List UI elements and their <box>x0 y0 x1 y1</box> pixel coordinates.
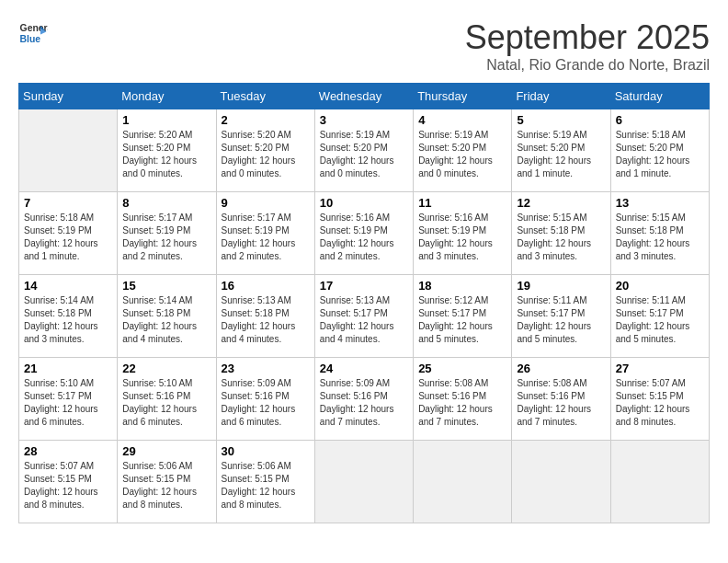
day-number: 4 <box>418 113 506 127</box>
calendar-cell: 18Sunrise: 5:12 AMSunset: 5:17 PMDayligh… <box>414 275 512 358</box>
day-info: Sunrise: 5:18 AMSunset: 5:20 PMDaylight:… <box>616 129 704 180</box>
day-number: 6 <box>616 113 704 127</box>
day-number: 26 <box>517 362 605 375</box>
day-number: 30 <box>222 444 310 458</box>
logo-icon: General Blue <box>18 18 48 48</box>
calendar-cell: 17Sunrise: 5:13 AMSunset: 5:17 PMDayligh… <box>314 275 413 358</box>
day-info: Sunrise: 5:10 AMSunset: 5:16 PMDaylight:… <box>122 377 210 429</box>
day-number: 13 <box>616 196 704 210</box>
calendar-cell: 12Sunrise: 5:15 AMSunset: 5:18 PMDayligh… <box>512 192 610 275</box>
calendar-cell: 27Sunrise: 5:07 AMSunset: 5:15 PMDayligh… <box>610 358 709 441</box>
calendar-cell <box>314 441 413 523</box>
day-info: Sunrise: 5:14 AMSunset: 5:18 PMDaylight:… <box>24 294 112 346</box>
calendar-cell: 29Sunrise: 5:06 AMSunset: 5:15 PMDayligh… <box>118 441 216 523</box>
calendar-cell: 4Sunrise: 5:19 AMSunset: 5:20 PMDaylight… <box>414 109 512 192</box>
calendar-week-row: 21Sunrise: 5:10 AMSunset: 5:17 PMDayligh… <box>19 358 710 441</box>
day-info: Sunrise: 5:20 AMSunset: 5:20 PMDaylight:… <box>122 129 210 180</box>
day-number: 10 <box>320 196 408 210</box>
day-number: 2 <box>222 113 310 127</box>
column-header-sunday: Sunday <box>19 84 118 109</box>
day-number: 16 <box>222 279 310 293</box>
column-header-saturday: Saturday <box>610 84 709 109</box>
calendar-cell: 9Sunrise: 5:17 AMSunset: 5:19 PMDaylight… <box>216 192 314 275</box>
day-info: Sunrise: 5:10 AMSunset: 5:17 PMDaylight:… <box>24 377 112 429</box>
calendar-cell: 3Sunrise: 5:19 AMSunset: 5:20 PMDaylight… <box>314 109 413 192</box>
calendar-cell: 11Sunrise: 5:16 AMSunset: 5:19 PMDayligh… <box>414 192 512 275</box>
day-number: 29 <box>122 444 210 458</box>
day-info: Sunrise: 5:14 AMSunset: 5:18 PMDaylight:… <box>122 294 210 346</box>
day-info: Sunrise: 5:09 AMSunset: 5:16 PMDaylight:… <box>320 377 408 429</box>
day-number: 17 <box>320 279 408 293</box>
calendar-table: SundayMondayTuesdayWednesdayThursdayFrid… <box>18 83 710 523</box>
day-number: 7 <box>24 196 112 210</box>
day-info: Sunrise: 5:11 AMSunset: 5:17 PMDaylight:… <box>517 294 605 346</box>
calendar-header-row: SundayMondayTuesdayWednesdayThursdayFrid… <box>19 84 710 109</box>
day-number: 1 <box>122 113 210 127</box>
calendar-cell: 20Sunrise: 5:11 AMSunset: 5:17 PMDayligh… <box>610 275 709 358</box>
calendar-cell: 19Sunrise: 5:11 AMSunset: 5:17 PMDayligh… <box>512 275 610 358</box>
day-number: 25 <box>418 362 506 375</box>
day-number: 9 <box>222 196 310 210</box>
column-header-monday: Monday <box>118 84 216 109</box>
logo: General Blue <box>18 18 48 48</box>
page-header: General Blue September 2025 Natal, Rio G… <box>18 18 710 74</box>
calendar-week-row: 1Sunrise: 5:20 AMSunset: 5:20 PMDaylight… <box>19 109 710 192</box>
calendar-cell: 21Sunrise: 5:10 AMSunset: 5:17 PMDayligh… <box>19 358 118 441</box>
calendar-cell <box>610 441 709 523</box>
calendar-cell: 26Sunrise: 5:08 AMSunset: 5:16 PMDayligh… <box>512 358 610 441</box>
day-info: Sunrise: 5:07 AMSunset: 5:15 PMDaylight:… <box>616 377 704 429</box>
calendar-cell: 14Sunrise: 5:14 AMSunset: 5:18 PMDayligh… <box>19 275 118 358</box>
day-number: 27 <box>616 362 704 375</box>
day-number: 3 <box>320 113 408 127</box>
calendar-cell <box>512 441 610 523</box>
day-number: 21 <box>24 362 112 375</box>
day-number: 19 <box>517 279 605 293</box>
calendar-cell: 5Sunrise: 5:19 AMSunset: 5:20 PMDaylight… <box>512 109 610 192</box>
day-info: Sunrise: 5:08 AMSunset: 5:16 PMDaylight:… <box>517 377 605 429</box>
calendar-week-row: 7Sunrise: 5:18 AMSunset: 5:19 PMDaylight… <box>19 192 710 275</box>
day-number: 20 <box>616 279 704 293</box>
day-info: Sunrise: 5:06 AMSunset: 5:15 PMDaylight:… <box>122 460 210 511</box>
calendar-cell <box>414 441 512 523</box>
calendar-cell: 22Sunrise: 5:10 AMSunset: 5:16 PMDayligh… <box>118 358 216 441</box>
day-number: 23 <box>222 362 310 375</box>
day-info: Sunrise: 5:11 AMSunset: 5:17 PMDaylight:… <box>616 294 704 346</box>
calendar-week-row: 28Sunrise: 5:07 AMSunset: 5:15 PMDayligh… <box>19 441 710 523</box>
calendar-week-row: 14Sunrise: 5:14 AMSunset: 5:18 PMDayligh… <box>19 275 710 358</box>
day-number: 24 <box>320 362 408 375</box>
day-number: 18 <box>418 279 506 293</box>
day-info: Sunrise: 5:17 AMSunset: 5:19 PMDaylight:… <box>122 212 210 263</box>
day-info: Sunrise: 5:15 AMSunset: 5:18 PMDaylight:… <box>616 212 704 263</box>
calendar-cell: 23Sunrise: 5:09 AMSunset: 5:16 PMDayligh… <box>216 358 314 441</box>
day-info: Sunrise: 5:15 AMSunset: 5:18 PMDaylight:… <box>517 212 605 263</box>
day-number: 8 <box>122 196 210 210</box>
day-info: Sunrise: 5:13 AMSunset: 5:18 PMDaylight:… <box>222 294 310 346</box>
calendar-cell: 2Sunrise: 5:20 AMSunset: 5:20 PMDaylight… <box>216 109 314 192</box>
calendar-cell <box>19 109 118 192</box>
title-area: September 2025 Natal, Rio Grande do Nort… <box>465 18 710 74</box>
calendar-cell: 24Sunrise: 5:09 AMSunset: 5:16 PMDayligh… <box>314 358 413 441</box>
day-info: Sunrise: 5:18 AMSunset: 5:19 PMDaylight:… <box>24 212 112 263</box>
day-info: Sunrise: 5:08 AMSunset: 5:16 PMDaylight:… <box>418 377 506 429</box>
day-info: Sunrise: 5:06 AMSunset: 5:15 PMDaylight:… <box>222 460 310 511</box>
calendar-cell: 10Sunrise: 5:16 AMSunset: 5:19 PMDayligh… <box>314 192 413 275</box>
day-info: Sunrise: 5:07 AMSunset: 5:15 PMDaylight:… <box>24 460 112 511</box>
calendar-cell: 16Sunrise: 5:13 AMSunset: 5:18 PMDayligh… <box>216 275 314 358</box>
day-info: Sunrise: 5:12 AMSunset: 5:17 PMDaylight:… <box>418 294 506 346</box>
calendar-subtitle: Natal, Rio Grande do Norte, Brazil <box>465 57 710 74</box>
calendar-cell: 7Sunrise: 5:18 AMSunset: 5:19 PMDaylight… <box>19 192 118 275</box>
day-number: 5 <box>517 113 605 127</box>
day-info: Sunrise: 5:13 AMSunset: 5:17 PMDaylight:… <box>320 294 408 346</box>
day-number: 11 <box>418 196 506 210</box>
calendar-cell: 8Sunrise: 5:17 AMSunset: 5:19 PMDaylight… <box>118 192 216 275</box>
calendar-cell: 15Sunrise: 5:14 AMSunset: 5:18 PMDayligh… <box>118 275 216 358</box>
day-number: 28 <box>24 444 112 458</box>
calendar-cell: 25Sunrise: 5:08 AMSunset: 5:16 PMDayligh… <box>414 358 512 441</box>
day-info: Sunrise: 5:16 AMSunset: 5:19 PMDaylight:… <box>320 212 408 263</box>
day-number: 15 <box>122 279 210 293</box>
calendar-cell: 28Sunrise: 5:07 AMSunset: 5:15 PMDayligh… <box>19 441 118 523</box>
day-number: 22 <box>122 362 210 375</box>
svg-text:Blue: Blue <box>20 34 41 44</box>
day-number: 12 <box>517 196 605 210</box>
day-number: 14 <box>24 279 112 293</box>
